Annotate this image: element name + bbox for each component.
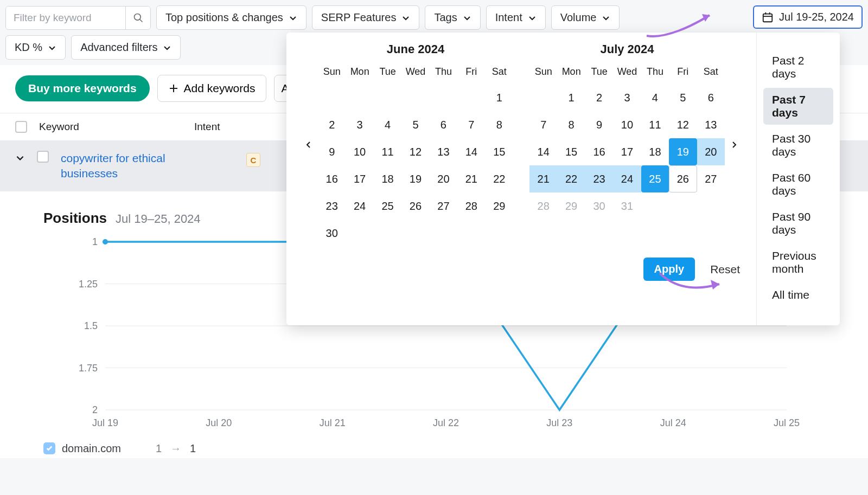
- chevron-down-icon: [528, 14, 537, 22]
- add-keywords-button[interactable]: Add keywords: [157, 75, 267, 102]
- keyword-search: [5, 6, 151, 30]
- tags-label: Tags: [434, 11, 457, 24]
- calendar-day[interactable]: 28: [457, 192, 485, 220]
- calendar-day[interactable]: 22: [486, 165, 513, 192]
- intent-filter[interactable]: Intent: [486, 5, 546, 30]
- buy-more-keywords-button[interactable]: Buy more keywords: [15, 75, 150, 101]
- calendar-day[interactable]: 15: [486, 138, 513, 165]
- calendar-day[interactable]: 30: [318, 220, 346, 247]
- calendar-day[interactable]: 25: [641, 165, 669, 192]
- calendar-day[interactable]: 26: [669, 165, 697, 192]
- keyword-link[interactable]: copywriter for ethical businesses: [61, 151, 202, 182]
- date-preset[interactable]: Past 2 days: [763, 49, 833, 86]
- calendar-day[interactable]: 1: [557, 84, 585, 111]
- calendar-day[interactable]: 15: [557, 138, 585, 165]
- calendar-day: 30: [585, 192, 613, 220]
- serp-features-filter[interactable]: SERP Features: [312, 5, 420, 30]
- column-intent: Intent: [194, 121, 270, 133]
- calendar-day: [430, 220, 457, 247]
- calendar-day[interactable]: 11: [641, 111, 669, 138]
- volume-filter[interactable]: Volume: [551, 5, 620, 30]
- expand-row-toggle[interactable]: [15, 153, 25, 165]
- legend-to: 1: [190, 442, 196, 455]
- calendar-day[interactable]: 2: [585, 84, 613, 111]
- calendar-day: [430, 84, 457, 111]
- calendar-day[interactable]: 3: [613, 84, 641, 111]
- apply-button[interactable]: Apply: [643, 258, 695, 281]
- calendar-day[interactable]: 4: [641, 84, 669, 111]
- calendar-day[interactable]: 1: [486, 84, 513, 111]
- tags-filter[interactable]: Tags: [425, 5, 480, 30]
- calendar-day[interactable]: 24: [613, 165, 641, 192]
- calendar-day[interactable]: 27: [430, 192, 457, 220]
- calendar-day[interactable]: 16: [585, 138, 613, 165]
- calendar-day[interactable]: 19: [401, 165, 429, 192]
- calendar-day[interactable]: 26: [401, 192, 429, 220]
- calendar-month-right: July 2024 SunMonTueWedThuFriSat123456789…: [529, 42, 725, 247]
- calendar-day[interactable]: 9: [585, 111, 613, 138]
- calendar-day[interactable]: 2: [318, 111, 346, 138]
- calendar-dow: Wed: [613, 63, 641, 84]
- search-button[interactable]: [125, 7, 150, 29]
- calendar-day[interactable]: 14: [529, 138, 557, 165]
- calendar-day[interactable]: 14: [457, 138, 485, 165]
- advanced-filters[interactable]: Advanced filters: [71, 35, 181, 60]
- calendar-day[interactable]: 3: [346, 111, 373, 138]
- select-all-checkbox[interactable]: [15, 121, 27, 133]
- calendar-day[interactable]: 12: [401, 138, 429, 165]
- calendar-day[interactable]: 5: [669, 84, 697, 111]
- calendar-day[interactable]: 10: [613, 111, 641, 138]
- date-preset[interactable]: Past 60 days: [763, 166, 833, 203]
- calendar-day[interactable]: 10: [346, 138, 373, 165]
- row-checkbox[interactable]: [37, 151, 49, 163]
- date-preset[interactable]: Past 30 days: [763, 127, 833, 164]
- calendar-day[interactable]: 7: [457, 111, 485, 138]
- calendar-day[interactable]: 12: [669, 111, 697, 138]
- date-preset[interactable]: Previous month: [763, 244, 833, 281]
- date-range-filter[interactable]: Jul 19-25, 2024: [753, 5, 863, 29]
- calendar-day[interactable]: 25: [374, 192, 401, 220]
- calendar-day[interactable]: 21: [457, 165, 485, 192]
- calendar-day[interactable]: 11: [374, 138, 401, 165]
- calendar-day[interactable]: 21: [529, 165, 557, 192]
- calendar-day: 29: [557, 192, 585, 220]
- calendar-day[interactable]: 13: [697, 111, 725, 138]
- calendar-day[interactable]: 18: [374, 165, 401, 192]
- reset-button[interactable]: Reset: [710, 263, 740, 276]
- keyword-search-input[interactable]: [6, 7, 125, 29]
- calendar-day[interactable]: 29: [486, 192, 513, 220]
- calendar-day[interactable]: 19: [669, 138, 697, 165]
- calendar-day[interactable]: 17: [346, 165, 373, 192]
- calendar-day[interactable]: 13: [430, 138, 457, 165]
- calendar-day[interactable]: 16: [318, 165, 346, 192]
- calendar-day[interactable]: 24: [346, 192, 373, 220]
- calendar-day[interactable]: 20: [697, 138, 725, 165]
- calendar-day[interactable]: 5: [401, 111, 429, 138]
- calendar-day[interactable]: 7: [529, 111, 557, 138]
- kd-filter[interactable]: KD %: [5, 35, 66, 60]
- calendar-day: [669, 192, 697, 220]
- chevron-down-icon: [289, 14, 297, 22]
- calendar-day[interactable]: 6: [430, 111, 457, 138]
- top-positions-filter[interactable]: Top positions & changes: [156, 5, 307, 30]
- calendar-day: [486, 220, 513, 247]
- legend-checkbox[interactable]: [43, 442, 55, 454]
- calendar-day[interactable]: 22: [557, 165, 585, 192]
- calendar-day[interactable]: 9: [318, 138, 346, 165]
- calendar-day[interactable]: 17: [613, 138, 641, 165]
- calendar-day[interactable]: 20: [430, 165, 457, 192]
- svg-text:1: 1: [92, 236, 98, 247]
- calendar-day[interactable]: 8: [557, 111, 585, 138]
- next-month-button[interactable]: [725, 136, 743, 154]
- calendar-day[interactable]: 27: [697, 165, 725, 192]
- calendar-day[interactable]: 23: [585, 165, 613, 192]
- calendar-day[interactable]: 6: [697, 84, 725, 111]
- calendar-day[interactable]: 18: [641, 138, 669, 165]
- calendar-day[interactable]: 4: [374, 111, 401, 138]
- date-preset[interactable]: Past 7 days: [763, 88, 833, 125]
- date-preset[interactable]: All time: [763, 283, 833, 307]
- calendar-day[interactable]: 23: [318, 192, 346, 220]
- prev-month-button[interactable]: [299, 136, 318, 154]
- date-preset[interactable]: Past 90 days: [763, 205, 833, 242]
- calendar-day[interactable]: 8: [486, 111, 513, 138]
